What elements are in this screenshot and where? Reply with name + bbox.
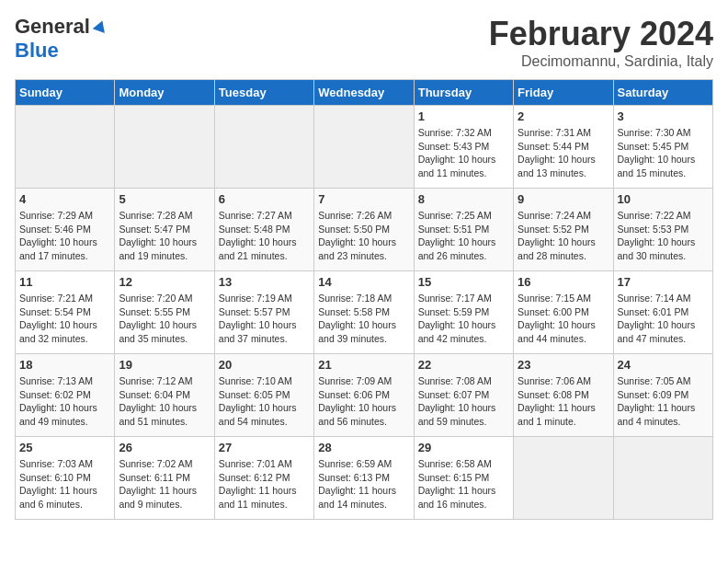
day-info: Sunrise: 7:32 AMSunset: 5:43 PMDaylight:… — [418, 126, 509, 180]
calendar-cell — [214, 106, 313, 189]
calendar-cell: 13Sunrise: 7:19 AMSunset: 5:57 PMDayligh… — [214, 271, 313, 354]
day-number: 12 — [119, 275, 210, 289]
day-info: Sunrise: 7:31 AMSunset: 5:44 PMDaylight:… — [518, 126, 609, 180]
logo: General Blue — [15, 15, 108, 63]
calendar-cell: 16Sunrise: 7:15 AMSunset: 6:00 PMDayligh… — [514, 271, 613, 354]
day-info: Sunrise: 7:30 AMSunset: 5:45 PMDaylight:… — [618, 126, 709, 180]
day-number: 20 — [219, 358, 310, 372]
calendar-cell: 3Sunrise: 7:30 AMSunset: 5:45 PMDaylight… — [613, 106, 712, 189]
day-number: 14 — [318, 275, 409, 289]
week-row-3: 11Sunrise: 7:21 AMSunset: 5:54 PMDayligh… — [16, 271, 713, 354]
day-info: Sunrise: 7:02 AMSunset: 6:11 PMDaylight:… — [119, 457, 210, 511]
sub-title: Decimomannu, Sardinia, Italy — [489, 53, 713, 70]
week-row-1: 1Sunrise: 7:32 AMSunset: 5:43 PMDaylight… — [16, 106, 713, 189]
calendar-cell: 9Sunrise: 7:24 AMSunset: 5:52 PMDaylight… — [514, 189, 613, 271]
calendar-cell: 17Sunrise: 7:14 AMSunset: 6:01 PMDayligh… — [613, 271, 712, 354]
calendar-table: SundayMondayTuesdayWednesdayThursdayFrid… — [15, 79, 713, 520]
calendar-cell — [514, 437, 613, 520]
day-number: 22 — [418, 358, 509, 372]
svg-marker-0 — [93, 18, 108, 33]
day-info: Sunrise: 7:26 AMSunset: 5:50 PMDaylight:… — [318, 209, 409, 263]
main-title: February 2024 — [489, 15, 713, 53]
day-number: 27 — [219, 441, 310, 454]
day-number: 11 — [19, 275, 110, 289]
day-number: 15 — [418, 275, 509, 289]
column-header-wednesday: Wednesday — [314, 80, 414, 106]
day-info: Sunrise: 7:18 AMSunset: 5:58 PMDaylight:… — [318, 292, 409, 346]
day-number: 16 — [518, 275, 609, 289]
calendar-cell: 23Sunrise: 7:06 AMSunset: 6:08 PMDayligh… — [514, 354, 613, 437]
day-number: 6 — [219, 192, 310, 206]
day-number: 23 — [518, 358, 609, 372]
calendar-cell: 29Sunrise: 6:58 AMSunset: 6:15 PMDayligh… — [414, 437, 513, 520]
day-info: Sunrise: 7:24 AMSunset: 5:52 PMDaylight:… — [518, 209, 609, 263]
day-info: Sunrise: 7:22 AMSunset: 5:53 PMDaylight:… — [618, 209, 709, 263]
calendar-cell: 7Sunrise: 7:26 AMSunset: 5:50 PMDaylight… — [314, 189, 414, 271]
calendar-cell: 4Sunrise: 7:29 AMSunset: 5:46 PMDaylight… — [16, 189, 115, 271]
column-header-monday: Monday — [115, 80, 214, 106]
week-row-5: 25Sunrise: 7:03 AMSunset: 6:10 PMDayligh… — [16, 437, 713, 520]
day-number: 7 — [318, 192, 409, 206]
calendar-cell: 27Sunrise: 7:01 AMSunset: 6:12 PMDayligh… — [214, 437, 313, 520]
day-number: 17 — [618, 275, 709, 289]
column-header-sunday: Sunday — [16, 80, 115, 106]
calendar-cell: 11Sunrise: 7:21 AMSunset: 5:54 PMDayligh… — [16, 271, 115, 354]
calendar-cell — [115, 106, 214, 189]
calendar-cell — [314, 106, 414, 189]
day-number: 2 — [518, 109, 609, 123]
day-info: Sunrise: 7:20 AMSunset: 5:55 PMDaylight:… — [119, 292, 210, 346]
day-number: 25 — [19, 441, 110, 454]
calendar-cell: 26Sunrise: 7:02 AMSunset: 6:11 PMDayligh… — [115, 437, 214, 520]
calendar-cell: 18Sunrise: 7:13 AMSunset: 6:02 PMDayligh… — [16, 354, 115, 437]
calendar-cell: 20Sunrise: 7:10 AMSunset: 6:05 PMDayligh… — [214, 354, 313, 437]
day-info: Sunrise: 7:25 AMSunset: 5:51 PMDaylight:… — [418, 209, 509, 263]
calendar-cell: 28Sunrise: 6:59 AMSunset: 6:13 PMDayligh… — [314, 437, 414, 520]
calendar-cell: 5Sunrise: 7:28 AMSunset: 5:47 PMDaylight… — [115, 189, 214, 271]
day-number: 10 — [618, 192, 709, 206]
day-info: Sunrise: 7:12 AMSunset: 6:04 PMDaylight:… — [119, 374, 210, 429]
column-header-friday: Friday — [514, 80, 613, 106]
day-info: Sunrise: 6:59 AMSunset: 6:13 PMDaylight:… — [318, 457, 409, 511]
day-info: Sunrise: 7:05 AMSunset: 6:09 PMDaylight:… — [618, 374, 709, 429]
calendar-cell: 12Sunrise: 7:20 AMSunset: 5:55 PMDayligh… — [115, 271, 214, 354]
logo-general: General — [15, 15, 108, 39]
day-number: 18 — [19, 358, 110, 372]
calendar-cell: 22Sunrise: 7:08 AMSunset: 6:07 PMDayligh… — [414, 354, 513, 437]
day-number: 9 — [518, 192, 609, 206]
calendar-cell: 2Sunrise: 7:31 AMSunset: 5:44 PMDaylight… — [514, 106, 613, 189]
day-number: 29 — [418, 441, 509, 454]
column-header-saturday: Saturday — [613, 80, 712, 106]
column-header-tuesday: Tuesday — [214, 80, 313, 106]
day-number: 19 — [119, 358, 210, 372]
day-info: Sunrise: 7:19 AMSunset: 5:57 PMDaylight:… — [219, 292, 310, 346]
day-number: 13 — [219, 275, 310, 289]
day-number: 3 — [618, 109, 709, 123]
day-info: Sunrise: 7:17 AMSunset: 5:59 PMDaylight:… — [418, 292, 509, 346]
day-info: Sunrise: 6:58 AMSunset: 6:15 PMDaylight:… — [418, 457, 509, 511]
calendar-cell: 10Sunrise: 7:22 AMSunset: 5:53 PMDayligh… — [613, 189, 712, 271]
calendar-cell — [16, 106, 115, 189]
logo-icon — [92, 18, 108, 35]
calendar-cell: 15Sunrise: 7:17 AMSunset: 5:59 PMDayligh… — [414, 271, 513, 354]
day-info: Sunrise: 7:28 AMSunset: 5:47 PMDaylight:… — [119, 209, 210, 263]
day-info: Sunrise: 7:15 AMSunset: 6:00 PMDaylight:… — [518, 292, 609, 346]
column-header-thursday: Thursday — [414, 80, 513, 106]
calendar-cell: 1Sunrise: 7:32 AMSunset: 5:43 PMDaylight… — [414, 106, 513, 189]
title-area: February 2024 Decimomannu, Sardinia, Ita… — [489, 15, 713, 70]
week-row-4: 18Sunrise: 7:13 AMSunset: 6:02 PMDayligh… — [16, 354, 713, 437]
logo-blue: Blue — [15, 39, 59, 63]
day-info: Sunrise: 7:27 AMSunset: 5:48 PMDaylight:… — [219, 209, 310, 263]
calendar-header-row: SundayMondayTuesdayWednesdayThursdayFrid… — [16, 80, 713, 106]
day-number: 24 — [618, 358, 709, 372]
calendar-cell: 14Sunrise: 7:18 AMSunset: 5:58 PMDayligh… — [314, 271, 414, 354]
day-number: 21 — [318, 358, 409, 372]
day-number: 28 — [318, 441, 409, 454]
week-row-2: 4Sunrise: 7:29 AMSunset: 5:46 PMDaylight… — [16, 189, 713, 271]
day-info: Sunrise: 7:08 AMSunset: 6:07 PMDaylight:… — [418, 374, 509, 429]
day-info: Sunrise: 7:06 AMSunset: 6:08 PMDaylight:… — [518, 374, 609, 429]
calendar-cell: 24Sunrise: 7:05 AMSunset: 6:09 PMDayligh… — [613, 354, 712, 437]
day-info: Sunrise: 7:01 AMSunset: 6:12 PMDaylight:… — [219, 457, 310, 511]
day-info: Sunrise: 7:13 AMSunset: 6:02 PMDaylight:… — [19, 374, 110, 429]
calendar-cell — [613, 437, 712, 520]
calendar-cell: 21Sunrise: 7:09 AMSunset: 6:06 PMDayligh… — [314, 354, 414, 437]
